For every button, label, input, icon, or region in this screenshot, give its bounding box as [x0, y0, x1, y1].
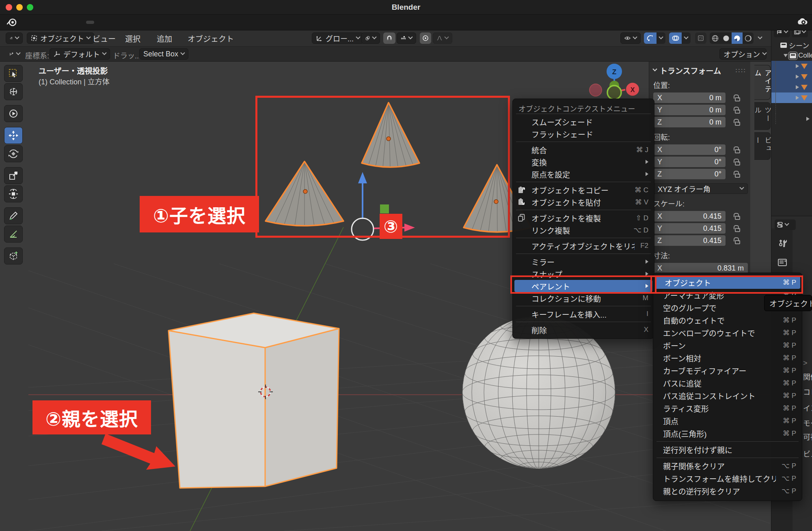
workspace-tab[interactable]: [109, 21, 117, 24]
pivot-point-dropdown[interactable]: [361, 32, 380, 44]
submenu-item[interactable]: パス追従コンストレイント ⌘ P: [653, 389, 802, 402]
section-viewport-display[interactable]: ビューポート表示: [803, 448, 812, 459]
submenu-item[interactable]: 逆行列を付けず親に: [653, 443, 802, 456]
lock-icon[interactable]: [735, 216, 740, 220]
context-menu-item[interactable]: アクティブオブジェクトをリネーム... F2: [513, 240, 654, 252]
workspace-tab[interactable]: [97, 21, 106, 24]
scale-field[interactable]: Y0.415: [653, 223, 726, 234]
xray-toggle[interactable]: [695, 32, 706, 44]
scale-field[interactable]: X0.415: [653, 211, 726, 221]
submenu-item[interactable]: カーブモディファイアー ⌘ P: [653, 364, 802, 377]
shading-solid-button[interactable]: [721, 32, 732, 44]
scale-field[interactable]: Z0.415: [653, 235, 726, 246]
expand-icon[interactable]: [806, 117, 810, 121]
add-menu[interactable]: 追加: [157, 33, 172, 44]
select-menu[interactable]: 選択: [125, 33, 140, 44]
proportional-editing-toggle[interactable]: [420, 32, 431, 44]
lock-icon[interactable]: [735, 161, 740, 166]
workspace-tab[interactable]: [211, 21, 219, 24]
submenu-item[interactable]: パスに追従 ⌘ P: [653, 377, 802, 389]
location-field[interactable]: Z0 m: [653, 117, 726, 127]
section-visibility[interactable]: 可視性: [803, 431, 812, 442]
expand-icon[interactable]: [796, 85, 799, 89]
context-menu-item[interactable]: コレクションに移動 M: [513, 292, 654, 304]
context-menu-item[interactable]: フラットシェード: [513, 128, 654, 140]
submenu-item[interactable]: ボーン ⌘ P: [653, 339, 802, 352]
add-primitive-tool[interactable]: [4, 247, 23, 264]
shading-dropdown[interactable]: [755, 32, 765, 44]
move-tool[interactable]: [4, 127, 23, 144]
context-menu-item[interactable]: ミラー: [513, 256, 654, 268]
outliner-extra-row[interactable]: [771, 103, 812, 114]
submenu-item[interactable]: 頂点(三角形) ⌘ P: [653, 427, 802, 440]
close-window-button[interactable]: [6, 4, 12, 11]
submenu-item[interactable]: トランスフォームを維持してクリア ⌥ P: [653, 472, 802, 485]
rotation-field[interactable]: X0°: [653, 144, 726, 155]
cube-object[interactable]: [168, 313, 339, 488]
section-relations[interactable]: 関係: [803, 371, 812, 382]
outliner-cone-row[interactable]: [771, 61, 812, 71]
workspace-tab[interactable]: [154, 21, 162, 24]
submenu-item[interactable]: 自動のウェイトで ⌘ P: [653, 314, 802, 327]
lock-icon[interactable]: [735, 149, 740, 153]
location-field[interactable]: X0 m: [653, 92, 726, 103]
rotation-field[interactable]: Y0°: [653, 157, 726, 167]
outliner-child-row[interactable]: [771, 114, 812, 124]
lock-icon[interactable]: [735, 122, 740, 126]
submenu-item[interactable]: ラティス変形 ⌘ P: [653, 402, 802, 415]
tool-properties-tab[interactable]: [778, 239, 788, 251]
submenu-item[interactable]: エンベロープのウェイトで ⌘ P: [653, 327, 802, 339]
section-collections[interactable]: コレクション: [803, 386, 812, 397]
context-menu-item[interactable]: リンク複製 ⌥ D: [513, 224, 654, 236]
workspace-tab[interactable]: [166, 21, 174, 24]
workspace-tab[interactable]: [120, 21, 128, 24]
context-menu-item[interactable]: 変換: [513, 156, 654, 168]
transform-panel-header[interactable]: トランスフォーム ::::: [653, 65, 750, 75]
navigation-gizmo[interactable]: Z X: [590, 64, 639, 99]
transform-orientation-dropdown[interactable]: グロー...: [312, 32, 364, 44]
gizmos-toggle[interactable]: [644, 32, 657, 44]
panel-grip-icon[interactable]: ::::: [735, 67, 746, 73]
select-mode-dropdown[interactable]: Select Box: [139, 48, 188, 60]
expand-icon[interactable]: [796, 75, 799, 79]
expand-icon[interactable]: [796, 64, 799, 68]
object-menu[interactable]: オブジェクト: [188, 33, 234, 44]
shading-rendered-button[interactable]: [743, 32, 754, 44]
section-motion-paths[interactable]: モーションパス: [803, 417, 812, 428]
section-instancing[interactable]: インスタンス化: [803, 402, 812, 413]
overlays-toggle[interactable]: [669, 32, 682, 44]
lock-icon[interactable]: [735, 228, 740, 232]
context-menu-item[interactable]: 削除 X: [513, 324, 654, 336]
workspace-tab[interactable]: [86, 21, 94, 24]
mode-selector[interactable]: オブジェクト: [27, 32, 94, 44]
submenu-item[interactable]: 頂点 ⌘ P: [653, 415, 802, 427]
transform-tool[interactable]: [4, 185, 23, 202]
rotation-mode-dropdown[interactable]: XYZ オイラー角: [653, 183, 748, 194]
workspace-tab[interactable]: [200, 21, 208, 24]
workspace-tab[interactable]: [188, 21, 197, 24]
options-dropdown[interactable]: オプション: [719, 48, 767, 60]
blender-logo-icon[interactable]: [6, 17, 17, 28]
outliner-cone-row[interactable]: [771, 82, 812, 92]
dimension-field[interactable]: X0.831 m: [653, 263, 748, 273]
rotate-tool[interactable]: [4, 145, 23, 162]
scale-tool[interactable]: [4, 167, 23, 184]
cursor-tool[interactable]: [4, 83, 23, 100]
chevron-right-icon[interactable]: >: [803, 359, 808, 368]
coord-system-dropdown[interactable]: デフォルト: [50, 48, 110, 60]
submenu-item[interactable]: 親子関係をクリア ⌥ P: [653, 460, 802, 472]
select-box-tool[interactable]: [4, 65, 23, 82]
measure-tool[interactable]: [4, 226, 23, 243]
expand-icon[interactable]: [784, 54, 788, 57]
lock-icon[interactable]: [735, 110, 740, 114]
outliner-scene-row[interactable]: シーン: [771, 40, 812, 50]
maximize-window-button[interactable]: [27, 4, 33, 11]
context-menu-item[interactable]: 統合 ⌘ J: [513, 144, 654, 156]
lock-icon[interactable]: [735, 97, 740, 101]
gizmos-dropdown[interactable]: [657, 32, 665, 44]
annotate-tool[interactable]: [4, 207, 23, 224]
snap-settings-dropdown[interactable]: [397, 32, 416, 44]
proportional-falloff-dropdown[interactable]: [433, 32, 452, 44]
context-menu-item[interactable]: オブジェクトをコピー ⌘ C: [513, 184, 654, 196]
show-gizmo-dropdown[interactable]: [620, 32, 641, 44]
